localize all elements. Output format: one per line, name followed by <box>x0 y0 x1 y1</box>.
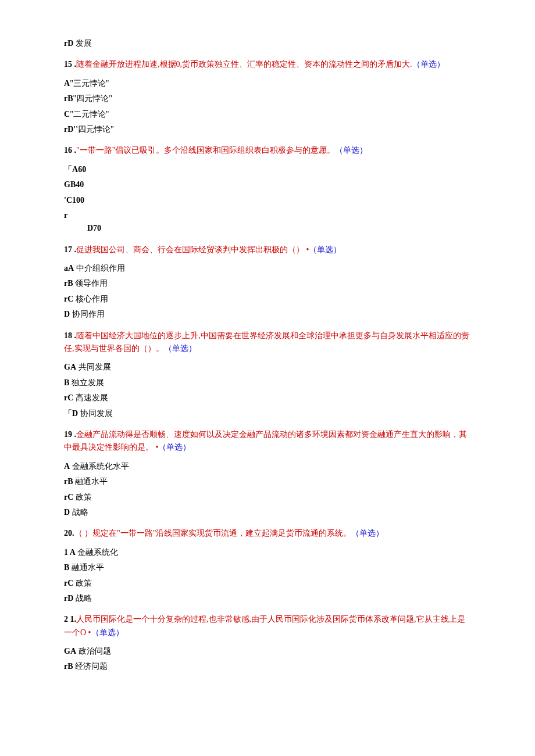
question-text: 人民币国际化是一个十分复杂的过程,也非常敏感,由于人民币国际化涉及国际货币体系改… <box>64 615 465 636</box>
option-key: A <box>64 462 70 471</box>
option-key: rB <box>64 279 73 288</box>
option[interactable]: 1 A 金融系统化 <box>64 546 471 559</box>
option[interactable]: GA 共同发展 <box>64 361 471 374</box>
option-text: "四元悖论" <box>73 94 112 103</box>
option-key: rB <box>64 477 73 486</box>
question-text: 金融产品流动得是否顺畅、速度如何以及决定金融产品流动的诸多环境因素都对资金融通产… <box>64 430 467 452</box>
option[interactable]: rB"四元悖论" <box>64 92 471 105</box>
option[interactable]: A"三元悖论" <box>64 77 471 90</box>
option-text: 金融系统化水平 <box>70 462 129 471</box>
question-number: 20. <box>64 529 74 538</box>
option[interactable]: rD''四元悖论" <box>64 123 471 136</box>
option[interactable]: GB40 <box>64 178 471 191</box>
option[interactable]: D 战略 <box>64 506 471 519</box>
question-number: 2 1. <box>64 615 76 624</box>
question-text: （ ）规定在"一带一路"沿线国家实现货币流通，建立起满足货币流通的系统。 <box>74 529 352 538</box>
option-key: rD'' <box>64 125 78 134</box>
option-key: 「A <box>64 165 78 174</box>
question-sep: . <box>72 331 76 340</box>
option-key: rB <box>64 94 73 103</box>
option-text: 高速发展 <box>73 393 108 402</box>
option-key: D <box>64 310 70 318</box>
question-type-label: （单选） <box>335 146 368 155</box>
option-key: rC <box>64 295 73 303</box>
option-key: GA <box>64 363 76 371</box>
option-text: 60 <box>78 165 86 174</box>
option-text: 经济问题 <box>73 662 108 671</box>
option[interactable]: rC 政策 <box>64 491 471 504</box>
option-text: 战略 <box>73 594 92 603</box>
option[interactable]: rB 融通水平 <box>64 475 471 488</box>
option[interactable]: 'C100 <box>64 194 471 207</box>
option-key: rC <box>64 579 73 587</box>
question-number: 17 <box>64 245 72 254</box>
question-number: 19 <box>64 430 72 439</box>
option[interactable]: rD70 <box>64 209 471 235</box>
option[interactable]: rD 战略 <box>64 592 471 605</box>
option[interactable]: rC 政策 <box>64 577 471 590</box>
option-key: B <box>64 563 69 572</box>
option-line2: D70 <box>87 222 471 235</box>
question-20.: 20.（ ）规定在"一带一路"沿线国家实现货币流通，建立起满足货币流通的系统。（… <box>64 527 471 540</box>
question-number: 18 <box>64 331 72 340</box>
option-key: 'C <box>64 196 72 205</box>
question-sep: . <box>72 245 76 254</box>
option-text: 100 <box>72 196 84 205</box>
question-18: 18 .随着中国经济大国地位的逐步上升,中国需要在世界经济发展和全球治理中承担更… <box>64 329 471 356</box>
option[interactable]: rD 发展 <box>64 37 471 50</box>
option-key: rD <box>64 39 73 48</box>
option-key: 「D <box>64 409 78 418</box>
question-number: 15 <box>64 60 72 69</box>
question-number: 16 <box>64 146 72 155</box>
option[interactable]: A 金融系统化水平 <box>64 460 471 473</box>
option-text: 共同发展 <box>76 363 111 371</box>
option-key: 1 A <box>64 548 76 557</box>
option-text: 核心作用 <box>73 295 108 303</box>
option-text: 战略 <box>70 508 88 517</box>
question-type-label: （单选） <box>91 628 124 637</box>
option-text: 金融系统化 <box>76 548 119 557</box>
option[interactable]: D 协同作用 <box>64 308 471 321</box>
option[interactable]: aA 中介组织作用 <box>64 262 471 275</box>
option[interactable]: rB 领导作用 <box>64 277 471 290</box>
option[interactable]: rC 高速发展 <box>64 392 471 404</box>
document-body: rD 发展15 .随着金融开放进程加速,根据0,货币政策独立性、汇率的稳定性、资… <box>64 37 471 673</box>
option-text: "三元悖论" <box>70 79 109 88</box>
option[interactable]: C"二元悖论" <box>64 108 471 121</box>
option[interactable]: B 独立发展 <box>64 377 471 389</box>
option-text: 四元悖论" <box>78 125 114 134</box>
question-type-label: （单选） <box>164 344 197 353</box>
option-text: 发展 <box>73 39 92 48</box>
option-text: 政治问题 <box>76 647 111 655</box>
option-key: C <box>64 110 70 119</box>
option[interactable]: B 融通水平 <box>64 561 471 574</box>
option-text: 协同发展 <box>78 409 113 418</box>
option[interactable]: 「D 协同发展 <box>64 407 471 420</box>
question-type-label: （单选） <box>412 60 445 69</box>
option[interactable]: GA 政治问题 <box>64 645 471 658</box>
option[interactable]: rB 经济问题 <box>64 660 471 673</box>
option-text: 独立发展 <box>69 378 104 387</box>
question-text: "一带一路"倡议已吸引。多个沿线国家和国际组织表白积极参与的意愿。 <box>76 146 335 155</box>
question-text: 促进我国公司、商会、行会在国际经贸谈判中发挥出积极的（） • <box>76 245 309 254</box>
question-type-label: （单选） <box>158 443 191 452</box>
option-line1: r <box>64 209 471 222</box>
option-key: B <box>64 378 69 387</box>
question-16: 16 ."一带一路"倡议已吸引。多个沿线国家和国际组织表白积极参与的意愿。（单选… <box>64 144 471 157</box>
question-2   1.: 2 1.人民币国际化是一个十分复杂的过程,也非常敏感,由于人民币国际化涉及国际货… <box>64 613 471 639</box>
option-key: aA <box>64 264 74 273</box>
option[interactable]: 「A60 <box>64 163 471 176</box>
option-key: GB <box>64 180 76 189</box>
option-key: GA <box>64 647 76 655</box>
option-text: 协同作用 <box>70 310 105 318</box>
option-key: rD <box>64 594 73 603</box>
option-key: A <box>64 79 70 88</box>
option-text: 中介组织作用 <box>74 264 125 273</box>
question-text: 随着金融开放进程加速,根据0,货币政策独立性、汇率的稳定性、资本的流动性之间的矛… <box>76 60 412 69</box>
question-type-label: （单选） <box>309 245 341 254</box>
option-text: 融通水平 <box>69 563 104 572</box>
option-key: rC <box>64 493 73 501</box>
question-type-label: （单选） <box>351 529 384 538</box>
option[interactable]: rC 核心作用 <box>64 293 471 306</box>
question-19: 19 .金融产品流动得是否顺畅、速度如何以及决定金融产品流动的诸多环境因素都对资… <box>64 428 471 454</box>
